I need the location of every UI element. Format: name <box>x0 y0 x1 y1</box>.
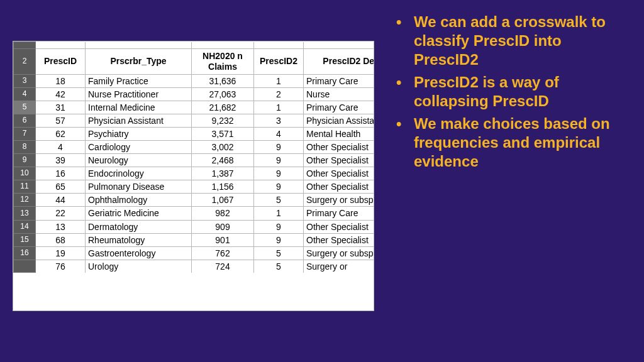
row-index: 5 <box>14 101 36 114</box>
row-index: 15 <box>14 233 36 246</box>
row-index: 8 <box>14 140 36 153</box>
cell-prescid: 13 <box>36 220 86 233</box>
cell-prscrbr-type: Endocrinology <box>86 167 192 180</box>
cell-claims: 31,636 <box>192 74 254 87</box>
slide: 2 PrescID Prscrbr_Type NH2020 n Claims P… <box>0 0 644 362</box>
cell-claims: 724 <box>192 260 254 273</box>
cell-prescid2-desc: Primary Care <box>304 207 375 220</box>
bullet-item: We make choices based on frequencies and… <box>396 114 625 171</box>
table-row: 84Cardiology3,0029Other Specialist <box>14 140 375 153</box>
cell-prscrbr-type: Gastroenterology <box>86 246 192 260</box>
bullet-item: We can add a crosswalk to classify Presc… <box>396 13 625 69</box>
row-index <box>14 260 36 273</box>
row-index: 10 <box>14 167 36 180</box>
header-row: 2 PrescID Prscrbr_Type NH2020 n Claims P… <box>14 48 375 74</box>
cell-prescid: 68 <box>36 233 86 246</box>
spreadsheet: 2 PrescID Prscrbr_Type NH2020 n Claims P… <box>13 41 374 311</box>
cell-prescid2: 9 <box>254 220 304 233</box>
col-nh2020-claims: NH2020 n Claims <box>192 48 254 74</box>
table-row: 1619Gastroenterology7625Surgery or subsp… <box>14 246 375 260</box>
cell-prescid2-desc: Nurse <box>304 87 375 101</box>
cell-prescid2-desc: Other Specialist <box>304 167 375 180</box>
cell-prscrbr-type: Psychiatry <box>86 127 192 140</box>
cell-prescid2-desc: Other Specialist <box>304 140 375 153</box>
cell-prescid2-desc: Other Specialist <box>304 233 375 246</box>
cell-prscrbr-type: Ophthalmology <box>86 194 192 207</box>
row-index: 11 <box>14 180 36 194</box>
cell-prscrbr-type: Cardiology <box>86 140 192 153</box>
cell-claims: 909 <box>192 220 254 233</box>
table-row: 1244Ophthalmology1,0675Surgery or subspe… <box>14 194 375 207</box>
cell-prescid: 19 <box>36 246 86 260</box>
cell-prscrbr-type: Dermatology <box>86 220 192 233</box>
bullet-panel: We can add a crosswalk to classify Presc… <box>390 0 644 362</box>
cell-prscrbr-type: Physician Assistant <box>86 114 192 127</box>
cell-prescid2-desc: Surgery or subspecialty <box>304 194 375 207</box>
table-row: 442Nurse Practitioner27,0632Nurse <box>14 87 375 101</box>
cell-prescid2-desc: Physician Assistant <box>304 114 375 127</box>
cell-prescid: 76 <box>36 260 86 273</box>
cell-prscrbr-type: Nurse Practitioner <box>86 87 192 101</box>
cell-prscrbr-type: Geriatric Medicine <box>86 207 192 220</box>
row-index: 14 <box>14 220 36 233</box>
row-index: 3 <box>14 74 36 87</box>
cell-prescid2: 9 <box>254 180 304 194</box>
cell-prscrbr-type: Rheumatology <box>86 233 192 246</box>
cell-claims: 1,156 <box>192 180 254 194</box>
partial-bottom-row: 76Urology7245Surgery or <box>14 260 375 273</box>
row-index: 7 <box>14 127 36 140</box>
cell-claims: 3,002 <box>192 140 254 153</box>
cell-prescid2: 1 <box>254 101 304 114</box>
bullet-item: PrescID2 is a way of collapsing PrescID <box>396 73 625 111</box>
cell-prescid: 62 <box>36 127 86 140</box>
cell-prscrbr-type: Internal Medicine <box>86 101 192 114</box>
cell-prescid2-desc: Other Specialist <box>304 154 375 167</box>
cell-prscrbr-type: Pulmonary Disease <box>86 180 192 194</box>
cell-prescid: 44 <box>36 194 86 207</box>
table-row: 318Family Practice31,6361Primary Care <box>14 74 375 87</box>
row-index: 16 <box>14 246 36 260</box>
col-prscrbr-type: Prscrbr_Type <box>86 48 192 74</box>
cell-prescid2-desc: Surgery or <box>304 260 375 273</box>
cell-prescid2: 5 <box>254 194 304 207</box>
cell-prescid2: 9 <box>254 154 304 167</box>
cell-prescid2: 5 <box>254 246 304 260</box>
cell-claims: 982 <box>192 207 254 220</box>
cell-prscrbr-type: Family Practice <box>86 74 192 87</box>
row-index: 6 <box>14 114 36 127</box>
table-row: 1165Pulmonary Disease1,1569Other Special… <box>14 180 375 194</box>
cell-prescid2-desc: Other Specialist <box>304 220 375 233</box>
cell-prescid2: 3 <box>254 114 304 127</box>
cell-prescid: 16 <box>36 167 86 180</box>
cell-claims: 762 <box>192 246 254 260</box>
cell-prescid2-desc: Mental Health <box>304 127 375 140</box>
table-row: 531Internal Medicine21,6821Primary Care <box>14 101 375 114</box>
cell-prescid2: 9 <box>254 167 304 180</box>
cell-prscrbr-type: Neurology <box>86 154 192 167</box>
crosswalk-table: 2 PrescID Prscrbr_Type NH2020 n Claims P… <box>13 41 374 273</box>
cell-prescid2: 1 <box>254 74 304 87</box>
partial-top-row <box>14 42 375 49</box>
row-index: 12 <box>14 194 36 207</box>
cell-prescid: 39 <box>36 154 86 167</box>
cell-prescid: 65 <box>36 180 86 194</box>
row-index: 2 <box>14 48 36 74</box>
row-index: 4 <box>14 87 36 101</box>
cell-prscrbr-type: Urology <box>86 260 192 273</box>
cell-prescid: 31 <box>36 101 86 114</box>
cell-prescid2: 9 <box>254 233 304 246</box>
cell-prescid2: 2 <box>254 87 304 101</box>
col-prescid: PrescID <box>36 48 86 74</box>
cell-prescid2-desc: Primary Care <box>304 74 375 87</box>
col-prescid2: PrescID2 <box>254 48 304 74</box>
row-index: 9 <box>14 154 36 167</box>
bullet-list: We can add a crosswalk to classify Presc… <box>396 13 625 171</box>
table-panel: 2 PrescID Prscrbr_Type NH2020 n Claims P… <box>0 0 390 362</box>
cell-prescid2-desc: Other Specialist <box>304 180 375 194</box>
table-row: 1568Rheumatology9019Other Specialist <box>14 233 375 246</box>
col-prescid2-desc: PrescID2 Desc <box>304 48 375 74</box>
cell-claims: 2,468 <box>192 154 254 167</box>
table-row: 657Physician Assistant9,2323Physician As… <box>14 114 375 127</box>
cell-prescid2: 5 <box>254 260 304 273</box>
table-row: 939Neurology2,4689Other Specialist <box>14 154 375 167</box>
